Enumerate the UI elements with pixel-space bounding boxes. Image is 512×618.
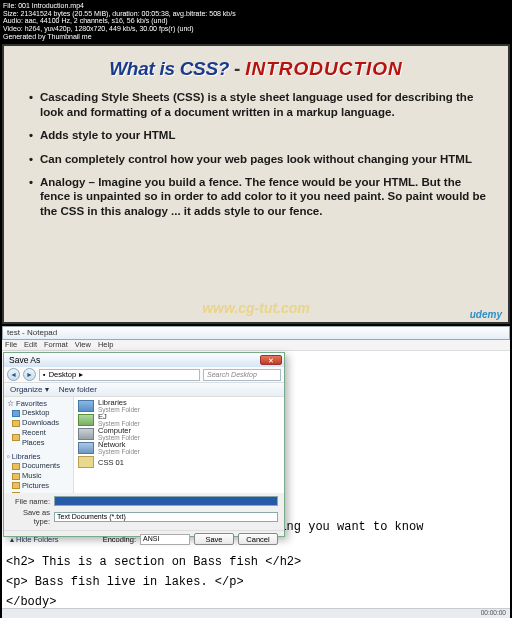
file-list[interactable]: LibrariesSystem Folder EJSystem Folder C…: [74, 397, 284, 493]
user-icon: [78, 414, 94, 426]
sidebar-libraries-header[interactable]: ▫ Libraries: [4, 450, 73, 461]
bullet-text: Cascading Style Sheets (CSS) is a style …: [40, 90, 490, 119]
dialog-title-text: Save As: [9, 355, 40, 365]
encoding-label: Encoding:: [103, 535, 136, 544]
filename-input[interactable]: [54, 496, 278, 506]
bullet-text: Adds style to your HTML: [40, 128, 175, 142]
dialog-fields: File name: Save as type: Text Documents …: [4, 493, 284, 530]
list-item[interactable]: ComputerSystem Folder: [78, 427, 280, 441]
chevron-right-icon: ▸: [79, 370, 83, 379]
code-line[interactable]: <h2> This is a section on Bass fish </h2…: [2, 555, 305, 569]
folder-icon: [12, 434, 20, 441]
info-line: Generated by Thumbnail me: [3, 33, 509, 41]
list-item[interactable]: EJSystem Folder: [78, 413, 280, 427]
folder-icon: [12, 463, 20, 470]
menu-format[interactable]: Format: [44, 340, 68, 350]
bullet-text: Analogy – Imagine you build a fence. The…: [40, 175, 490, 218]
dialog-bottom-bar: ▴Hide Folders Encoding: ANSI Save Cancel: [4, 530, 284, 548]
menu-view[interactable]: View: [75, 340, 91, 350]
list-item[interactable]: NetworkSystem Folder: [78, 441, 280, 455]
list-item[interactable]: CSS 01: [78, 455, 280, 469]
encoding-select[interactable]: ANSI: [140, 534, 190, 545]
slide-title: What is CSS? - INTRODUCTION: [22, 58, 490, 80]
bullet-text: Can completely control how your web page…: [40, 152, 472, 166]
folder-icon: [12, 492, 20, 493]
savetype-select[interactable]: Text Documents (*.txt): [54, 512, 278, 522]
title-question: What is CSS?: [109, 58, 229, 79]
bullet-icon: •: [22, 128, 40, 142]
menu-help[interactable]: Help: [98, 340, 113, 350]
savetype-label: Save as type:: [10, 508, 50, 526]
desktop-icon: ▪: [43, 370, 46, 379]
bullet-icon: •: [22, 152, 40, 166]
notepad-menubar: File Edit Format View Help: [2, 340, 510, 351]
network-icon: [78, 442, 94, 454]
code-line[interactable]: thing you want to know: [261, 520, 427, 534]
chevron-up-icon: ▴: [10, 535, 14, 544]
folder-icon: [12, 473, 20, 480]
sidebar-favorites-header[interactable]: ☆ Favorites: [4, 397, 73, 408]
sidebar-item-downloads[interactable]: Downloads: [4, 418, 73, 428]
title-dash: -: [229, 58, 245, 79]
udemy-logo: udemy: [470, 309, 502, 320]
path-location: Desktop: [49, 370, 77, 379]
media-file-info: File: 001 Introduction.mp4 Size: 2134152…: [0, 0, 512, 42]
bullet-item: •Cascading Style Sheets (CSS) is a style…: [22, 90, 490, 119]
save-as-dialog: Save As ✕ ◄ ► ▪ Desktop ▸ Search Desktop…: [3, 352, 285, 537]
filename-label: File name:: [10, 497, 50, 506]
bullet-icon: •: [22, 90, 40, 119]
info-line: File: 001 Introduction.mp4: [3, 2, 509, 10]
info-line: Video: h264, yuv420p, 1280x720, 449 kb/s…: [3, 25, 509, 33]
sidebar-item-recent[interactable]: Recent Places: [4, 428, 73, 448]
dialog-nav: ◄ ► ▪ Desktop ▸ Search Desktop: [4, 367, 284, 383]
computer-icon: [78, 428, 94, 440]
watermark: www.cg-tut.com: [4, 300, 508, 316]
menu-edit[interactable]: Edit: [24, 340, 37, 350]
forward-button[interactable]: ►: [23, 368, 36, 381]
bullet-item: •Adds style to your HTML: [22, 128, 490, 142]
list-item[interactable]: LibrariesSystem Folder: [78, 399, 280, 413]
libraries-icon: [78, 400, 94, 412]
sidebar-item-desktop[interactable]: Desktop: [4, 408, 73, 418]
dialog-body: ☆ Favorites Desktop Downloads Recent Pla…: [4, 397, 284, 493]
folder-icon: [12, 482, 20, 489]
presentation-slide: What is CSS? - INTRODUCTION •Cascading S…: [2, 44, 510, 324]
sidebar-item-music[interactable]: Music: [4, 471, 73, 481]
code-line[interactable]: <p> Bass fish live in lakes. </p>: [2, 575, 248, 589]
slide-bullets: •Cascading Style Sheets (CSS) is a style…: [22, 90, 490, 218]
organize-button[interactable]: Organize ▾: [10, 385, 49, 394]
save-button[interactable]: Save: [194, 533, 234, 545]
dialog-toolbar: Organize ▾ New folder: [4, 383, 284, 397]
notepad-window: test - Notepad File Edit Format View Hel…: [2, 326, 510, 618]
nav-sidebar: ☆ Favorites Desktop Downloads Recent Pla…: [4, 397, 74, 493]
search-input[interactable]: Search Desktop: [203, 369, 281, 381]
cancel-button[interactable]: Cancel: [238, 533, 278, 545]
bullet-item: •Analogy – Imagine you build a fence. Th…: [22, 175, 490, 218]
title-intro: INTRODUCTION: [245, 58, 403, 79]
folder-icon: [78, 456, 94, 468]
dialog-titlebar[interactable]: Save As ✕: [4, 353, 284, 367]
sidebar-item-documents[interactable]: Documents: [4, 461, 73, 471]
bullet-item: •Can completely control how your web pag…: [22, 152, 490, 166]
sidebar-item-pictures[interactable]: Pictures: [4, 481, 73, 491]
status-bar: 00:00:00: [2, 608, 510, 618]
menu-file[interactable]: File: [5, 340, 17, 350]
hide-folders-button[interactable]: ▴Hide Folders: [10, 535, 59, 544]
folder-icon: [12, 420, 20, 427]
sidebar-item-videos[interactable]: Videos: [4, 491, 73, 494]
close-icon[interactable]: ✕: [260, 355, 282, 365]
bullet-icon: •: [22, 175, 40, 218]
notepad-titlebar[interactable]: test - Notepad: [2, 326, 510, 340]
back-button[interactable]: ◄: [7, 368, 20, 381]
info-line: Size: 21341524 bytes (20.55 MiB), durati…: [3, 10, 509, 18]
new-folder-button[interactable]: New folder: [59, 385, 97, 394]
path-breadcrumb[interactable]: ▪ Desktop ▸: [39, 369, 200, 381]
info-line: Audio: aac, 44100 Hz, 2 channels, s16, 5…: [3, 17, 509, 25]
desktop-icon: [12, 410, 20, 417]
